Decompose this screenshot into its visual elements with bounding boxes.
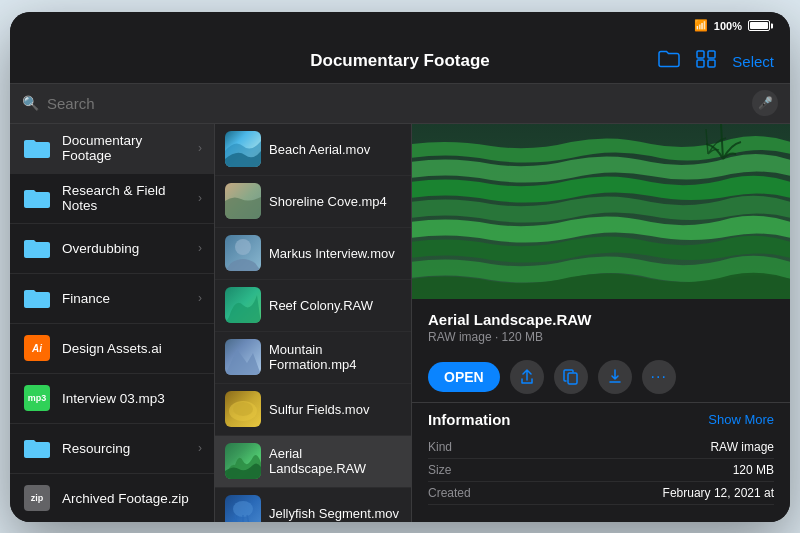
svg-rect-11: [568, 373, 577, 384]
search-bar: 🔍 🎤: [10, 84, 790, 124]
sidebar-label-interview: Interview 03.mp3: [62, 391, 202, 406]
info-section: Information Show More Kind RAW image Siz…: [412, 402, 790, 513]
navigation-bar: Documentary Footage Select: [10, 40, 790, 84]
file-thumbnail: [225, 183, 261, 219]
chevron-icon: ›: [198, 141, 202, 155]
grid-icon[interactable]: [696, 50, 716, 73]
mic-icon: 🎤: [758, 96, 773, 110]
info-label-kind: Kind: [428, 440, 452, 454]
info-header: Information Show More: [428, 411, 774, 428]
svg-rect-1: [708, 51, 715, 58]
file-item-reef[interactable]: Reef Colony.RAW: [215, 280, 411, 332]
file-item-beach-aerial[interactable]: Beach Aerial.mov: [215, 124, 411, 176]
device-frame: 📶 100% Documentary Footage: [10, 12, 790, 522]
content-area: Documentary Footage › Research & Field N…: [10, 124, 790, 522]
svg-rect-3: [708, 60, 715, 67]
sidebar-item-overdubbing[interactable]: Overdubbing ›: [10, 224, 214, 274]
sidebar-item-resourcing[interactable]: Resourcing ›: [10, 424, 214, 474]
folder-icon: [22, 133, 52, 163]
mp3-file-icon: mp3: [22, 383, 52, 413]
sidebar-label-finance: Finance: [62, 291, 188, 306]
show-more-button[interactable]: Show More: [708, 412, 774, 427]
file-label: Markus Interview.mov: [269, 246, 395, 261]
microphone-button[interactable]: 🎤: [752, 90, 778, 116]
svg-point-8: [233, 501, 253, 517]
chevron-icon: ›: [198, 191, 202, 205]
wifi-icon: 📶: [694, 19, 708, 32]
file-thumbnail: [225, 443, 261, 479]
info-value-created: February 12, 2021 at: [663, 486, 774, 500]
file-item-markus[interactable]: Markus Interview.mov: [215, 228, 411, 280]
file-item-aerial-landscape[interactable]: Aerial Landscape.RAW: [215, 436, 411, 488]
info-label-created: Created: [428, 486, 471, 500]
ai-file-icon: Ai: [22, 333, 52, 363]
file-item-mountain[interactable]: Mountain Formation.mp4: [215, 332, 411, 384]
file-label: Beach Aerial.mov: [269, 142, 370, 157]
chevron-icon: ›: [198, 241, 202, 255]
file-thumbnail: [225, 287, 261, 323]
file-label: Aerial Landscape.RAW: [269, 446, 401, 476]
info-title: Information: [428, 411, 511, 428]
search-input[interactable]: [47, 95, 744, 112]
nav-title: Documentary Footage: [310, 51, 489, 71]
search-icon: 🔍: [22, 95, 39, 111]
sidebar-item-research[interactable]: Research & Field Notes ›: [10, 174, 214, 224]
file-list: Beach Aerial.mov Shoreline Cove.mp4 Mark…: [215, 124, 412, 522]
file-thumbnail: [225, 235, 261, 271]
file-thumbnail: [225, 391, 261, 427]
svg-rect-2: [697, 60, 704, 67]
nav-actions: Select: [658, 50, 774, 73]
copy-button[interactable]: [554, 360, 588, 394]
file-label: Shoreline Cove.mp4: [269, 194, 387, 209]
file-label: Jellyfish Segment.mov: [269, 506, 399, 521]
sidebar-item-finance[interactable]: Finance ›: [10, 274, 214, 324]
info-row-kind: Kind RAW image: [428, 436, 774, 459]
sidebar-item-interview[interactable]: mp3 Interview 03.mp3: [10, 374, 214, 424]
info-label-size: Size: [428, 463, 451, 477]
file-item-sulfur[interactable]: Sulfur Fields.mov: [215, 384, 411, 436]
chevron-icon: ›: [198, 291, 202, 305]
info-value-kind: RAW image: [710, 440, 774, 454]
sidebar-label-overdubbing: Overdubbing: [62, 241, 188, 256]
info-row-size: Size 120 MB: [428, 459, 774, 482]
sidebar: Documentary Footage › Research & Field N…: [10, 124, 215, 522]
file-item-jellyfish[interactable]: Jellyfish Segment.mov: [215, 488, 411, 522]
file-label: Sulfur Fields.mov: [269, 402, 369, 417]
chevron-icon: ›: [198, 441, 202, 455]
info-row-created: Created February 12, 2021 at: [428, 482, 774, 505]
detail-preview: [412, 124, 790, 299]
share-button[interactable]: [510, 360, 544, 394]
more-button[interactable]: ···: [642, 360, 676, 394]
battery-icon: [748, 20, 770, 31]
svg-point-7: [233, 402, 253, 416]
battery-percent: 100%: [714, 20, 742, 32]
sidebar-item-documentary-footage[interactable]: Documentary Footage ›: [10, 124, 214, 174]
sidebar-label-resourcing: Resourcing: [62, 441, 188, 456]
status-bar: 📶 100%: [10, 12, 790, 40]
file-thumbnail: [225, 339, 261, 375]
open-button[interactable]: OPEN: [428, 362, 500, 392]
file-item-shoreline[interactable]: Shoreline Cove.mp4: [215, 176, 411, 228]
sidebar-item-design-assets[interactable]: Ai Design Assets.ai: [10, 324, 214, 374]
save-button[interactable]: [598, 360, 632, 394]
sidebar-label-documentary: Documentary Footage: [62, 133, 188, 163]
sidebar-item-archived[interactable]: zip Archived Footage.zip: [10, 474, 214, 522]
folder-icon: [22, 433, 52, 463]
detail-filetype: RAW image · 120 MB: [428, 330, 774, 344]
sidebar-label-design: Design Assets.ai: [62, 341, 202, 356]
zip-file-icon: zip: [22, 483, 52, 513]
file-thumbnail: [225, 131, 261, 167]
file-label: Reef Colony.RAW: [269, 298, 373, 313]
detail-panel: Aerial Landscape.RAW RAW image · 120 MB …: [412, 124, 790, 522]
info-value-size: 120 MB: [733, 463, 774, 477]
folder-icon: [22, 233, 52, 263]
file-label: Mountain Formation.mp4: [269, 342, 401, 372]
folder-icon: [22, 283, 52, 313]
folder-icon[interactable]: [658, 50, 680, 73]
folder-icon: [22, 183, 52, 213]
detail-info: Aerial Landscape.RAW RAW image · 120 MB: [412, 299, 790, 352]
select-button[interactable]: Select: [732, 53, 774, 70]
svg-point-5: [235, 239, 251, 255]
sidebar-label-archived: Archived Footage.zip: [62, 491, 202, 506]
file-thumbnail: [225, 495, 261, 522]
